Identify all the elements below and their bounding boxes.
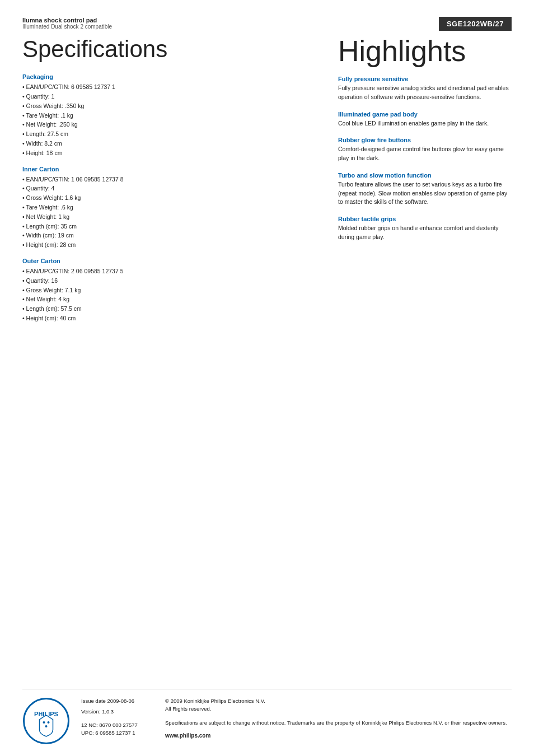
list-item: Length: 27.5 cm xyxy=(22,129,316,139)
highlight-text: Comfort-designed game control fire butto… xyxy=(338,145,512,163)
list-item: Net Weight: .250 kg xyxy=(22,120,316,129)
top-header: Ilumna shock control pad Illuminated Dua… xyxy=(22,17,512,31)
highlight-text: Fully pressure sensitive analog sticks a… xyxy=(338,84,512,102)
highlight-title: Rubber glow fire buttons xyxy=(338,137,512,143)
issue-label: Issue date xyxy=(81,698,107,704)
highlight-section: Turbo and slow motion functionTurbo feat… xyxy=(338,172,512,207)
highlight-text: Molded rubber grips on handle enhance co… xyxy=(338,224,512,242)
model-badge: SGE1202WB/27 xyxy=(439,17,512,31)
nc-value: 12 NC: 8670 000 27577 xyxy=(81,721,154,729)
page: Ilumna shock control pad Illuminated Dua… xyxy=(0,0,534,756)
upc-value: UPC: 6 09585 12737 1 xyxy=(81,729,154,737)
outer-carton-title: Outer Carton xyxy=(22,258,316,264)
product-title: Ilumna shock control pad xyxy=(22,17,439,24)
version-label: Version: xyxy=(81,708,102,715)
copyright-text: © 2009 Koninklijke Philips Electronics N… xyxy=(165,697,512,705)
list-item: Gross Weight: 7.1 kg xyxy=(22,286,316,295)
version-row: Version: 1.0.3 xyxy=(81,708,154,715)
highlight-title: Turbo and slow motion function xyxy=(338,172,512,179)
highlight-section: Fully pressure sensitiveFully pressure s… xyxy=(338,76,512,102)
product-subtitle: Illuminated Dual shock 2 compatible xyxy=(22,24,439,30)
philips-logo: PHILIPS xyxy=(22,697,70,745)
inner-carton-title: Inner Carton xyxy=(22,166,316,172)
highlight-section: Illuminated game pad bodyCool blue LED i… xyxy=(338,111,512,128)
highlights-sections: Fully pressure sensitiveFully pressure s… xyxy=(338,76,512,242)
list-item: Width: 8.2 cm xyxy=(22,139,316,148)
svg-point-4 xyxy=(45,725,48,727)
list-item: Width (cm): 19 cm xyxy=(22,231,316,240)
highlight-section: Rubber tactile gripsMolded rubber grips … xyxy=(338,216,512,242)
packaging-items: EAN/UPC/GTIN: 6 09585 12737 1Quantity: 1… xyxy=(22,82,316,157)
svg-text:PHILIPS: PHILIPS xyxy=(34,711,58,717)
rights-text: All Rights reserved. xyxy=(165,705,512,713)
list-item: Net Weight: 4 kg xyxy=(22,295,316,304)
highlight-title: Fully pressure sensitive xyxy=(338,76,512,82)
list-item: Height: 18 cm xyxy=(22,148,316,158)
highlight-text: Turbo feature allows the user to set var… xyxy=(338,180,512,207)
footer-copyright-block: © 2009 Koninklijke Philips Electronics N… xyxy=(165,697,512,713)
packaging-title: Packaging xyxy=(22,73,316,80)
list-item: Length (cm): 35 cm xyxy=(22,222,316,231)
highlight-title: Illuminated game pad body xyxy=(338,111,512,118)
list-item: EAN/UPC/GTIN: 6 09585 12737 1 xyxy=(22,82,316,92)
main-content: Specifications Packaging EAN/UPC/GTIN: 6… xyxy=(22,36,512,331)
list-item: Quantity: 4 xyxy=(22,184,316,193)
list-item: Gross Weight: 1.6 kg xyxy=(22,193,316,203)
outer-carton-section: Outer Carton EAN/UPC/GTIN: 2 06 09585 12… xyxy=(22,258,316,323)
website: www.philips.com xyxy=(165,731,512,740)
footer: PHILIPS Issue date 2009-08-06 Version: 1… xyxy=(22,689,512,745)
footer-legal: © 2009 Koninklijke Philips Electronics N… xyxy=(165,697,512,740)
list-item: Height (cm): 28 cm xyxy=(22,240,316,250)
inner-carton-section: Inner Carton EAN/UPC/GTIN: 1 06 09585 12… xyxy=(22,166,316,203)
list-item: Tare Weight: .1 kg xyxy=(22,111,316,120)
specifications-column: Specifications Packaging EAN/UPC/GTIN: 6… xyxy=(22,36,316,331)
list-item: Quantity: 16 xyxy=(22,276,316,286)
highlight-text: Cool blue LED illumination enables game … xyxy=(338,119,512,128)
list-item: Length (cm): 57.5 cm xyxy=(22,304,316,314)
list-item: Height (cm): 40 cm xyxy=(22,314,316,323)
list-item: Tare Weight: .6 kg xyxy=(22,203,316,212)
list-item: Gross Weight: .350 kg xyxy=(22,101,316,111)
highlight-title: Rubber tactile grips xyxy=(338,216,512,222)
inner-carton-col2-items: Tare Weight: .6 kgNet Weight: 1 kgLength… xyxy=(22,203,316,250)
svg-point-2 xyxy=(43,721,45,724)
issue-date-value: 2009-08-06 xyxy=(107,698,134,704)
issue-date-row: Issue date 2009-08-06 xyxy=(81,697,154,704)
version-value: 1.0.3 xyxy=(102,708,114,715)
legal-text: Specifications are subject to change wit… xyxy=(165,719,512,727)
highlights-column: Highlights Fully pressure sensitiveFully… xyxy=(338,36,512,331)
specifications-title: Specifications xyxy=(22,36,316,62)
packaging-section: Packaging EAN/UPC/GTIN: 6 09585 12737 1Q… xyxy=(22,73,316,157)
inner-carton-col2: Tare Weight: .6 kgNet Weight: 1 kgLength… xyxy=(22,203,316,250)
highlights-title: Highlights xyxy=(338,36,512,66)
nc-upc: 12 NC: 8670 000 27577 UPC: 6 09585 12737… xyxy=(81,721,154,738)
svg-point-3 xyxy=(48,721,50,724)
list-item: EAN/UPC/GTIN: 2 06 09585 12737 5 xyxy=(22,267,316,276)
list-item: EAN/UPC/GTIN: 1 06 09585 12737 8 xyxy=(22,175,316,184)
outer-carton-items: EAN/UPC/GTIN: 2 06 09585 12737 5Quantity… xyxy=(22,267,316,323)
inner-carton-items: EAN/UPC/GTIN: 1 06 09585 12737 8Quantity… xyxy=(22,175,316,203)
list-item: Quantity: 1 xyxy=(22,92,316,101)
product-name-area: Ilumna shock control pad Illuminated Dua… xyxy=(22,17,439,30)
footer-meta: Issue date 2009-08-06 Version: 1.0.3 12 … xyxy=(81,697,154,737)
list-item: Net Weight: 1 kg xyxy=(22,212,316,222)
highlight-section: Rubber glow fire buttonsComfort-designed… xyxy=(338,137,512,163)
